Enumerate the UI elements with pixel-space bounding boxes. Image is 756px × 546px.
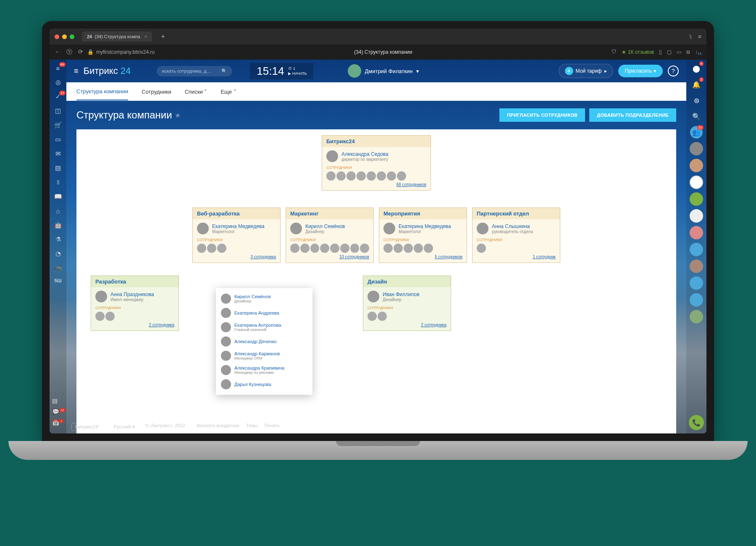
contact-avatar[interactable] xyxy=(690,260,703,273)
lead-name[interactable]: Александра Седова xyxy=(341,151,388,157)
shield-icon[interactable]: ⛉ xyxy=(612,49,617,55)
footer-print[interactable]: Печать xyxy=(265,423,280,431)
window-controls[interactable] xyxy=(55,34,74,39)
contact-avatar[interactable] xyxy=(690,176,703,189)
employee-item[interactable]: Александр Дяченко xyxy=(216,334,312,349)
employee-item[interactable]: Кирилл Семёнов Дизайнер xyxy=(216,291,312,306)
footer-lang[interactable]: Русский ▾ xyxy=(110,423,139,431)
employee-item[interactable]: Екатерина Андреева xyxy=(216,306,312,320)
new-tab-button[interactable]: + xyxy=(159,32,167,41)
footer-brand[interactable]: Битрикс24° xyxy=(71,423,103,431)
dept-card[interactable]: Дизайн Иван Филлипов Дизайнер СОТРУДНИКИ… xyxy=(363,276,451,331)
nav-item[interactable]: 📖 xyxy=(54,192,62,201)
lead-name[interactable]: Анна Слышкина xyxy=(492,223,533,229)
maximize-icon[interactable] xyxy=(70,34,74,39)
employees-link[interactable]: 10 сотрудников xyxy=(290,255,369,259)
nav-item[interactable]: 📹 xyxy=(54,264,62,272)
dept-card[interactable]: Маркетинг Кирилл Семёнов Дизайнер СОТРУД… xyxy=(286,207,374,263)
logo[interactable]: Битрикс 24 xyxy=(84,66,131,76)
dept-card[interactable]: Разработка Анна Праздникова Ивент-менедж… xyxy=(91,276,179,331)
lead-name[interactable]: Анна Праздникова xyxy=(110,291,154,297)
nav-item[interactable]: ✓17 xyxy=(54,92,62,101)
nav-item[interactable]: ✉ xyxy=(54,150,62,158)
hamburger-icon[interactable]: ≡ xyxy=(74,67,79,76)
star-icon[interactable]: ★ xyxy=(175,111,181,119)
contact-avatar[interactable] xyxy=(690,293,703,307)
employees-link[interactable]: 2 сотрудника xyxy=(95,323,174,327)
employee-item[interactable]: Дарья Кузнецова xyxy=(216,377,312,391)
tablet-icon[interactable]: ▢ xyxy=(667,49,672,55)
bell-icon[interactable]: 🔔2 xyxy=(690,78,703,91)
contact-avatar[interactable] xyxy=(690,209,703,223)
dept-card[interactable]: Мероприятия Екатерина Медведева Маркетол… xyxy=(379,207,467,263)
reload-icon[interactable]: ⟳ xyxy=(78,48,83,56)
contact-avatar[interactable] xyxy=(690,276,703,290)
browser-tab[interactable]: 24 (34) Структура компа × xyxy=(82,32,152,42)
footer-themes[interactable]: Темы xyxy=(246,423,258,431)
search-input[interactable]: искать сотрудника, д… 🔍 xyxy=(157,66,232,76)
tab-Еще[interactable]: Еще ˅ xyxy=(220,84,236,100)
dept-card[interactable]: Веб-разработка Екатерина Медведева Марке… xyxy=(192,207,281,263)
tab-Структура компании[interactable]: Структура компании xyxy=(76,83,128,100)
employees-link[interactable]: 3 сотрудника xyxy=(197,255,276,259)
lead-name[interactable]: Иван Филлипов xyxy=(383,291,420,297)
nav-item[interactable]: ≡64 xyxy=(54,64,62,72)
call-button[interactable]: 📞 xyxy=(689,415,704,430)
nav-item[interactable]: ⚗ xyxy=(54,235,62,244)
menu-icon[interactable]: ≡ xyxy=(698,33,701,40)
contact-avatar[interactable] xyxy=(690,159,703,172)
downloads-icon[interactable]: ↓13 xyxy=(695,49,701,55)
contact-avatar[interactable] xyxy=(690,226,703,239)
employees-link[interactable]: 5 сотрудников xyxy=(383,255,462,259)
dept-card[interactable]: Партнерский отдел Анна Слышкина руководи… xyxy=(472,207,560,263)
alert-icon[interactable]: ⬤9 xyxy=(690,62,703,75)
tab-close-icon[interactable]: × xyxy=(144,34,147,39)
help-icon[interactable]: ? xyxy=(668,66,679,76)
footer-order[interactable]: Заказать внедрение xyxy=(196,423,239,431)
back-icon[interactable]: ← xyxy=(55,48,60,56)
dept-root[interactable]: Битрикс24 Александра Седова директор по … xyxy=(322,135,431,191)
clock-widget[interactable]: 15:14 ⏱ 1 ▶ НАЧАТЬ xyxy=(250,63,313,79)
invite-employees-button[interactable]: ПРИГЛАСИТЬ СОТРУДНИКОВ xyxy=(499,108,585,122)
nav-item[interactable]: 🤖 xyxy=(54,221,62,229)
user-menu[interactable]: Дмитрий Филаткин ▾ xyxy=(348,64,419,78)
minimize-icon[interactable] xyxy=(62,34,67,39)
add-department-button[interactable]: ДОБАВИТЬ ПОДРАЗДЕЛЕНИЕ xyxy=(589,108,676,122)
chat-icon[interactable]: ⊜ xyxy=(690,94,703,107)
nav-item[interactable]: ⫴ xyxy=(54,178,62,186)
employees-link[interactable]: 1 сотрудник xyxy=(477,255,556,259)
invite-button[interactable]: Пригласить ▾ xyxy=(618,65,663,77)
nav-item[interactable]: 🛒 xyxy=(54,121,62,129)
bookmark-outline-icon[interactable]: ▯ xyxy=(659,49,662,55)
tariff-button[interactable]: ✈ Мой тариф ▸ xyxy=(559,64,613,78)
extension-icon[interactable]: ⧉ xyxy=(686,49,690,55)
employees-link[interactable]: 2 сотрудника xyxy=(368,323,446,327)
nav-item[interactable]: ◎ xyxy=(54,78,62,87)
contact-avatar[interactable] xyxy=(690,192,703,206)
org-chart-canvas[interactable]: Битрикс24 Александра Седова директор по … xyxy=(76,129,676,433)
employee-item[interactable]: Александра Крапивина Менеджер по рекламе xyxy=(216,363,312,377)
yandex-icon[interactable]: Ⓨ xyxy=(66,48,72,56)
search-icon[interactable]: 🔍 xyxy=(690,110,703,123)
employees-link[interactable]: 68 сотрудников xyxy=(326,182,426,187)
nav-item[interactable]: ◫ xyxy=(54,107,62,115)
bookmark-icon[interactable]: ⑊ xyxy=(689,33,692,40)
nav-item[interactable]: ▤ xyxy=(54,164,62,172)
contact-avatar[interactable] xyxy=(690,243,703,256)
nav-item[interactable]: ⌂ xyxy=(54,207,62,215)
group-icon[interactable]: 👥31 xyxy=(690,126,703,139)
tab-Списки[interactable]: Списки ˅ xyxy=(185,84,207,100)
contact-avatar[interactable] xyxy=(690,142,703,155)
lead-name[interactable]: Екатерина Медведева xyxy=(399,223,451,229)
employee-item[interactable]: Екатерина Антропова Главный казначей xyxy=(216,320,312,334)
url-display[interactable]: 🔒 myfirstcompany.bitrix24.ru xyxy=(87,49,155,55)
lead-name[interactable]: Екатерина Медведева xyxy=(212,223,265,229)
nav-item[interactable]: ▭ xyxy=(54,135,62,144)
reviews-badge[interactable]: ★ 1К отзывов xyxy=(622,49,654,55)
employee-item[interactable]: Александр Карманов Менеджер CRM xyxy=(216,349,312,363)
tab-Сотрудники[interactable]: Сотрудники xyxy=(142,84,171,100)
contact-avatar[interactable] xyxy=(690,310,703,323)
nav-item[interactable]: ◔ xyxy=(54,249,62,258)
close-icon[interactable] xyxy=(55,34,59,39)
nav-item-text[interactable]: 5Ш xyxy=(54,278,61,283)
